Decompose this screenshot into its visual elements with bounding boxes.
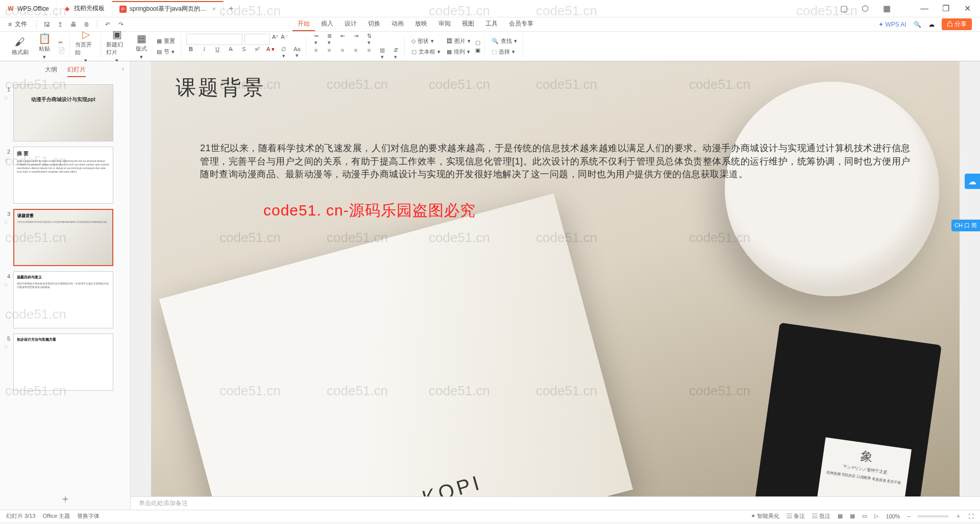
window-history-icon[interactable]: ▦ [879, 2, 894, 15]
thumb-row[interactable]: 2☆ 摘 要Lorem ipsum dolor sit amet consect… [2, 147, 125, 204]
slide-thumbnail-4[interactable]: 选题目的与意义绑定互联网技术将原各标准系统结合互联网技术统一化管理平台通过互联网… [13, 271, 113, 328]
window-cube-icon[interactable]: ⬡ [857, 2, 873, 15]
window-minimize-button[interactable]: — [917, 2, 932, 15]
ime-badge[interactable]: CH 口 简 [951, 220, 980, 231]
find-button[interactable]: 🔍 查找 ▾ [490, 36, 519, 46]
export-icon[interactable]: ↥ [55, 21, 65, 28]
cut-icon[interactable]: ✂ [58, 39, 65, 46]
tab-home[interactable]: 开始 [292, 17, 315, 31]
tab-tools[interactable]: 工具 [480, 17, 503, 31]
window-close-button[interactable]: ✕ [960, 2, 975, 15]
thumb-row[interactable]: 4☆ 选题目的与意义绑定互联网技术将原各标准系统结合互联网技术统一化管理平台通过… [2, 271, 125, 328]
tab-animation[interactable]: 动画 [386, 17, 409, 31]
star-icon[interactable]: ☆ [4, 157, 9, 163]
distribute-icon[interactable]: ≡ [364, 47, 374, 60]
undo-icon[interactable]: ↶ [103, 21, 113, 28]
superscript-icon[interactable]: x² [253, 46, 262, 59]
picture-button[interactable]: 🖼 图片 ▾ [445, 36, 472, 46]
star-icon[interactable]: ☆ [4, 344, 9, 350]
star-icon[interactable]: ☆ [4, 281, 9, 288]
collapse-panel-icon[interactable]: ‹ [122, 65, 124, 73]
shape-button[interactable]: ◇ 形状 ▾ [410, 36, 442, 46]
align-center-icon[interactable]: ≡ [325, 47, 334, 60]
slide-title[interactable]: 课题背景 [176, 74, 265, 102]
arrange-button[interactable]: ▦ 排列 ▾ [445, 47, 472, 57]
text-direction-icon[interactable]: ⇵ ▾ [391, 47, 400, 60]
font-family-select[interactable] [186, 34, 242, 45]
star-icon[interactable]: ☆ [4, 219, 9, 226]
numbering-icon[interactable]: ≣ ▾ [325, 33, 334, 46]
tab-member[interactable]: 会员专享 [504, 17, 538, 31]
zoom-slider[interactable] [918, 515, 948, 517]
window-app-icon[interactable]: ▢ [836, 2, 851, 15]
wps-ai-button[interactable]: ✦ WPS AI [878, 21, 906, 28]
slide-canvas[interactable]: 象 マンデリン／曼特宁之星 烘烤焦糖 四弦的音 口感般厚 草奥斯香 柔后平衡 课… [151, 61, 960, 496]
textbox-button[interactable]: ▢ 文本框 ▾ [410, 47, 442, 57]
print-icon[interactable]: 🖶 [68, 21, 79, 28]
slide-thumbnail-3[interactable]: 课题背景21世纪以来随着科学技术的飞速发展人们对信息的要求越来越高于是传统的信息… [13, 209, 113, 266]
paste-button[interactable]: 📋粘贴 ▾ [34, 33, 55, 60]
share-button[interactable]: 凸 分享 [942, 18, 972, 30]
bullets-icon[interactable]: ≔ ▾ [311, 33, 321, 46]
tab-document[interactable]: P springboot基于java网页的… × [112, 1, 224, 16]
format-painter-button[interactable]: 🖌格式刷 [9, 36, 31, 56]
zoom-in-icon[interactable]: ＋ [955, 512, 961, 520]
view-slideshow-icon[interactable]: ▷ [874, 513, 878, 519]
line-spacing-icon[interactable]: ⇅ ▾ [364, 33, 374, 46]
tab-wps-office[interactable]: W WPS Office [0, 1, 57, 16]
smart-beautify-button[interactable]: ✦ 智能美化 [751, 512, 779, 520]
star-icon[interactable]: ☆ [4, 94, 9, 101]
tab-view[interactable]: 视图 [457, 17, 479, 31]
tab-design[interactable]: 设计 [339, 17, 362, 31]
zoom-level[interactable]: 100% [886, 513, 900, 519]
view-reading-icon[interactable]: ▭ [862, 513, 867, 519]
section-button[interactable]: ▤ 节 ▾ [155, 47, 177, 57]
print-preview-icon[interactable]: 🗎 [82, 21, 92, 28]
outline-tab[interactable]: 大纲 [45, 65, 57, 77]
view-sorter-icon[interactable]: ▦ [850, 513, 855, 519]
search-icon[interactable]: 🔍 [914, 21, 921, 28]
cloud-icon[interactable]: ☁ [928, 21, 935, 28]
layout-button[interactable]: ▦版式 ▾ [131, 33, 152, 60]
shadow-icon[interactable]: S [239, 46, 249, 59]
shape-fill-icon[interactable]: ▣ [475, 47, 480, 54]
tab-add-button[interactable]: ＋ [224, 3, 239, 14]
comments-toggle[interactable]: ▤ 批注 [812, 512, 830, 520]
justify-icon[interactable]: ≡ [351, 47, 360, 60]
columns-icon[interactable]: ▥ ▾ [378, 47, 387, 60]
copy-icon[interactable]: 📄 [58, 47, 65, 54]
new-slide-button[interactable]: ▣新建幻灯片 ▾ [106, 29, 128, 64]
tab-transition[interactable]: 切换 [363, 17, 385, 31]
cloud-sync-button[interactable]: ☁ [965, 174, 980, 189]
change-case-icon[interactable]: Aa ▾ [292, 46, 302, 59]
slide-body-text[interactable]: 21世纪以来，随着科学技术的飞速发展，人们对信息的要求越来越高，于是传统的信息技… [200, 142, 911, 181]
app-menu-button[interactable]: ≡ 文件 [4, 20, 31, 29]
shape-style-icon[interactable]: ▢ [475, 39, 480, 46]
notes-placeholder[interactable]: 单击此处添加备注 [131, 496, 980, 510]
strikethrough-icon[interactable]: A̶ [226, 46, 235, 59]
increase-font-icon[interactable]: A⁺ [272, 34, 279, 45]
slides-tab[interactable]: 幻灯片 [67, 65, 86, 77]
underline-icon[interactable]: U [213, 46, 222, 59]
select-button[interactable]: ⬚ 选择 ▾ [490, 47, 519, 57]
decrease-indent-icon[interactable]: ⇤ [338, 33, 347, 46]
font-size-select[interactable] [244, 34, 270, 45]
bold-icon[interactable]: B [186, 46, 195, 59]
align-left-icon[interactable]: ≡ [311, 47, 321, 60]
increase-indent-icon[interactable]: ⇥ [351, 33, 360, 46]
decrease-font-icon[interactable]: A⁻ [281, 34, 287, 45]
save-icon[interactable]: 🖫 [42, 21, 52, 28]
start-from-current-button[interactable]: ▷当页开始 ▾ [75, 29, 96, 64]
thumb-row[interactable]: 3☆ 课题背景21世纪以来随着科学技术的飞速发展人们对信息的要求越来越高于是传统… [2, 209, 125, 266]
align-right-icon[interactable]: ≡ [338, 47, 347, 60]
slide-thumbnail-2[interactable]: 摘 要Lorem ipsum dolor sit amet consectetu… [13, 147, 113, 204]
notes-toggle[interactable]: ▤ 备注 [787, 512, 805, 520]
thumbnails-list[interactable]: 1☆ 动漫手办商城设计与实现ppt 2☆ 摘 要Lorem ipsum dolo… [0, 81, 130, 488]
view-normal-icon[interactable]: ▦ [838, 513, 843, 519]
window-maximize-button[interactable]: ❐ [938, 2, 953, 15]
tab-templates[interactable]: ◆ 找稻壳模板 [57, 1, 112, 16]
tab-insert[interactable]: 插入 [316, 17, 338, 31]
zoom-out-icon[interactable]: − [908, 513, 911, 519]
tab-review[interactable]: 审阅 [433, 17, 456, 31]
add-slide-button[interactable]: ＋ [0, 488, 130, 510]
